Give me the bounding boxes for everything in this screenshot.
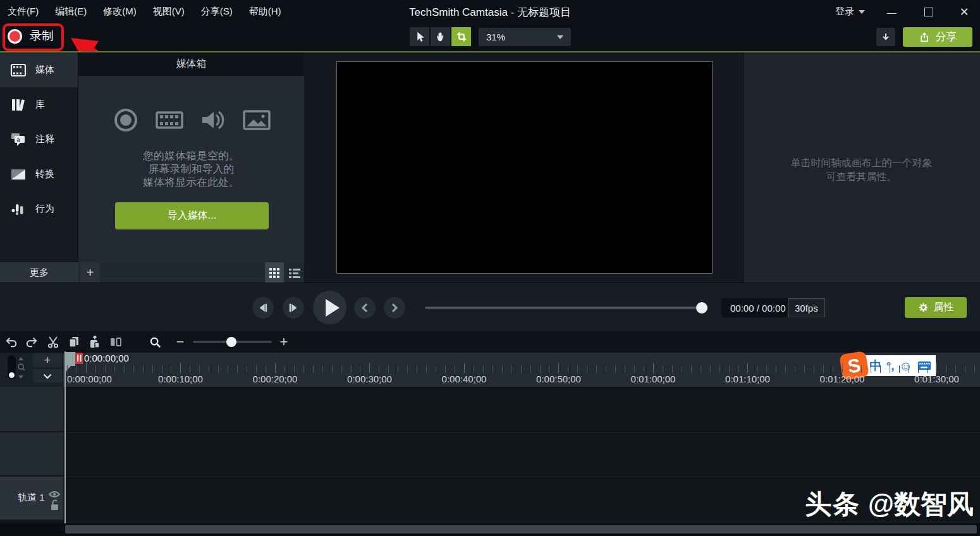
menu-share[interactable]: 分享(S) — [201, 6, 233, 18]
seek-slider[interactable] — [425, 307, 702, 309]
ruler-minor-tick — [294, 365, 295, 373]
play-button[interactable] — [313, 291, 346, 324]
ruler-minor-tick — [407, 365, 408, 373]
menu-file[interactable]: 文件(F) — [8, 6, 39, 18]
unlock-icon[interactable] — [50, 499, 59, 511]
timeline-zoom-button[interactable] — [147, 334, 163, 350]
ruler-minor-tick — [521, 365, 522, 373]
seek-slider-thumb[interactable] — [696, 302, 707, 314]
ruler-minor-tick — [890, 365, 890, 373]
track-height-slider[interactable] — [8, 355, 16, 379]
record-circle-icon — [112, 106, 140, 134]
annotation-icon: a — [10, 133, 27, 147]
sidebar: 媒体 库 a 注释 转换 行为 — [0, 52, 78, 283]
filmstrip-icon — [155, 106, 184, 134]
download-button[interactable] — [876, 28, 895, 46]
ruler-minor-tick — [483, 365, 484, 373]
previous-frame-button[interactable] — [252, 297, 274, 319]
menu-help[interactable]: 帮助(H) — [249, 6, 281, 18]
next-frame-button[interactable] — [283, 297, 304, 319]
menu-modify[interactable]: 修改(M) — [103, 6, 137, 18]
login-button[interactable]: 登录 — [835, 6, 865, 18]
track-gutter-row — [0, 432, 63, 477]
maximize-button[interactable] — [919, 5, 938, 19]
list-view-icon — [289, 268, 300, 278]
track-height-thumb[interactable] — [9, 372, 15, 378]
crop-icon — [456, 31, 467, 42]
chevron-left-icon — [360, 303, 369, 313]
step-forward-button[interactable] — [384, 297, 405, 319]
timeline-scrollbar-thumb[interactable] — [65, 525, 977, 533]
timeline-zoom-thumb[interactable] — [226, 337, 236, 347]
list-view-button[interactable] — [285, 262, 304, 283]
menu-edit[interactable]: 编辑(E) — [55, 6, 87, 18]
maximize-icon — [924, 8, 933, 16]
minimize-button[interactable]: — — [882, 5, 901, 19]
track-options-button[interactable] — [33, 369, 62, 383]
ruler-major-tick — [464, 363, 465, 373]
record-button[interactable]: 录制 — [8, 28, 54, 44]
share-button[interactable]: 分享 — [903, 27, 972, 47]
ruler-minor-tick — [861, 365, 862, 373]
playhead-line[interactable] — [64, 351, 66, 523]
ruler-minor-tick — [228, 365, 228, 373]
grid-view-button[interactable] — [265, 262, 284, 283]
sidebar-more-button[interactable]: 更多 — [0, 262, 78, 283]
canvas-zoom-dropdown[interactable]: 31% — [479, 28, 571, 46]
ruler-minor-tick — [852, 365, 852, 373]
magnifier-icon — [149, 336, 161, 348]
paste-button[interactable] — [87, 334, 103, 350]
select-tool-button[interactable] — [410, 27, 429, 46]
import-media-button[interactable]: 导入媒体... — [115, 202, 269, 229]
sidebar-item-media[interactable]: 媒体 — [0, 52, 78, 87]
ruler-minor-tick — [237, 365, 238, 373]
sidebar-item-transitions[interactable]: 转换 — [0, 157, 78, 192]
copy-button[interactable] — [66, 334, 82, 350]
track1-header[interactable]: 轨道 1 — [0, 477, 63, 521]
ruler-minor-tick — [644, 365, 644, 373]
ruler-minor-tick — [105, 365, 106, 373]
ruler-minor-tick — [757, 365, 757, 373]
preview-canvas[interactable] — [336, 61, 713, 274]
ruler-minor-tick — [445, 365, 446, 373]
behavior-icon — [10, 202, 27, 216]
split-button[interactable] — [107, 334, 124, 350]
ruler-minor-tick — [502, 365, 503, 373]
zoom-in-button[interactable]: + — [276, 334, 292, 350]
redo-button[interactable] — [23, 334, 40, 350]
paste-icon — [89, 336, 101, 348]
ruler-minor-tick — [322, 365, 323, 373]
sidebar-item-annotations[interactable]: a 注释 — [0, 122, 78, 157]
zoom-to-fit-icon[interactable] — [16, 357, 25, 379]
ruler-minor-tick — [190, 365, 190, 373]
add-track-button[interactable]: + — [33, 353, 62, 367]
menubar: 文件(F) 编辑(E) 修改(M) 视图(V) 分享(S) 帮助(H) — [0, 0, 980, 23]
pan-tool-button[interactable] — [431, 27, 450, 46]
ruler-minor-tick — [285, 365, 285, 373]
add-media-button[interactable]: + — [80, 262, 100, 283]
cut-button[interactable] — [45, 334, 61, 350]
close-button[interactable]: ✕ — [955, 5, 974, 19]
ruler-minor-tick — [738, 365, 738, 373]
playhead-marker[interactable] — [63, 351, 83, 374]
ruler-minor-tick — [814, 365, 814, 373]
ime-emoji-button[interactable]: ☺ — [899, 359, 912, 372]
step-back-button[interactable] — [354, 297, 376, 319]
sidebar-item-behaviors[interactable]: 行为 — [0, 192, 78, 226]
crop-tool-button[interactable] — [451, 27, 471, 46]
sidebar-item-library[interactable]: 库 — [0, 87, 78, 122]
zoom-out-button[interactable]: − — [172, 334, 188, 350]
ruler-minor-tick — [946, 365, 946, 373]
zoom-value: 31% — [486, 32, 505, 42]
ime-punctuation-toggle[interactable]: °, — [886, 360, 895, 372]
eye-icon[interactable] — [49, 490, 60, 498]
ruler-minor-tick — [247, 365, 247, 373]
sidebar-item-label: 转换 — [35, 168, 54, 180]
properties-button[interactable]: 属性 — [905, 297, 967, 318]
undo-button[interactable] — [3, 334, 20, 350]
previous-frame-icon — [257, 303, 269, 313]
ruler-minor-tick — [682, 365, 682, 373]
ruler-minor-tick — [426, 365, 427, 373]
menu-view[interactable]: 视图(V) — [153, 6, 185, 18]
ime-keyboard-icon[interactable] — [917, 361, 931, 370]
